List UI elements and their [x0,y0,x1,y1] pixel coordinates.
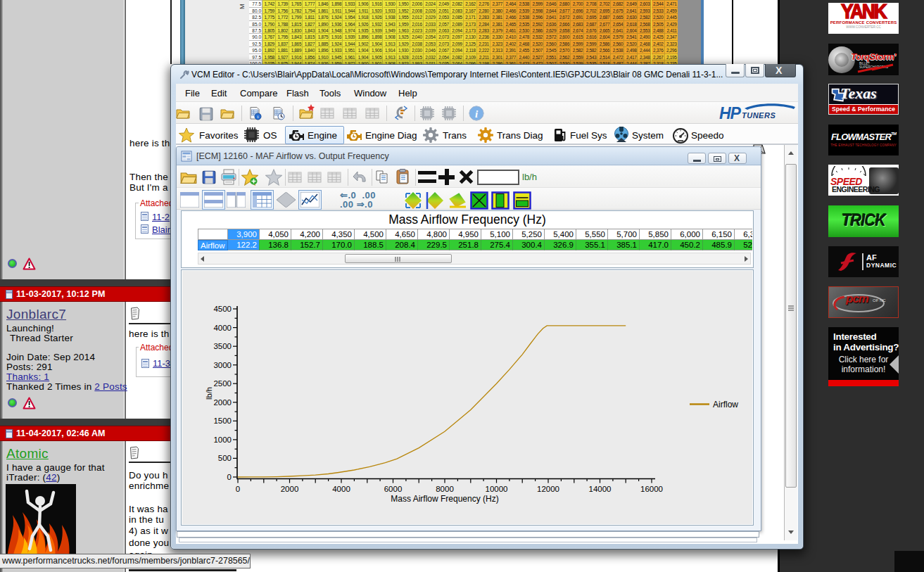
svg-text:6000: 6000 [384,485,403,493]
svg-text:500: 500 [218,454,232,462]
svg-text:12000: 12000 [537,485,559,493]
svg-text:0: 0 [236,485,240,493]
svg-text:8000: 8000 [436,485,454,493]
svg-text:Mass Airflow Frequency (Hz): Mass Airflow Frequency (Hz) [391,494,498,504]
svg-text:16000: 16000 [640,485,663,493]
svg-text:Airflow: Airflow [713,400,738,409]
svg-text:i: i [258,114,259,120]
svg-text:1500: 1500 [213,417,232,425]
svg-text:3500: 3500 [213,342,232,350]
svg-text:HP: HP [719,104,742,122]
svg-text:4000: 4000 [332,485,350,493]
svg-text:14000: 14000 [589,485,612,493]
svg-text:2000: 2000 [213,398,232,407]
svg-text:4500: 4500 [213,305,232,313]
svg-text:0: 0 [227,473,232,481]
svg-text:10000: 10000 [486,485,508,493]
svg-text:1000: 1000 [213,436,232,444]
svg-text:2500: 2500 [213,379,232,388]
svg-text:2000: 2000 [281,485,299,493]
svg-text:4000: 4000 [213,324,232,332]
svg-text:TUNERS: TUNERS [742,111,776,120]
svg-text:3000: 3000 [213,361,232,369]
svg-text:lb/h: lb/h [205,387,213,400]
